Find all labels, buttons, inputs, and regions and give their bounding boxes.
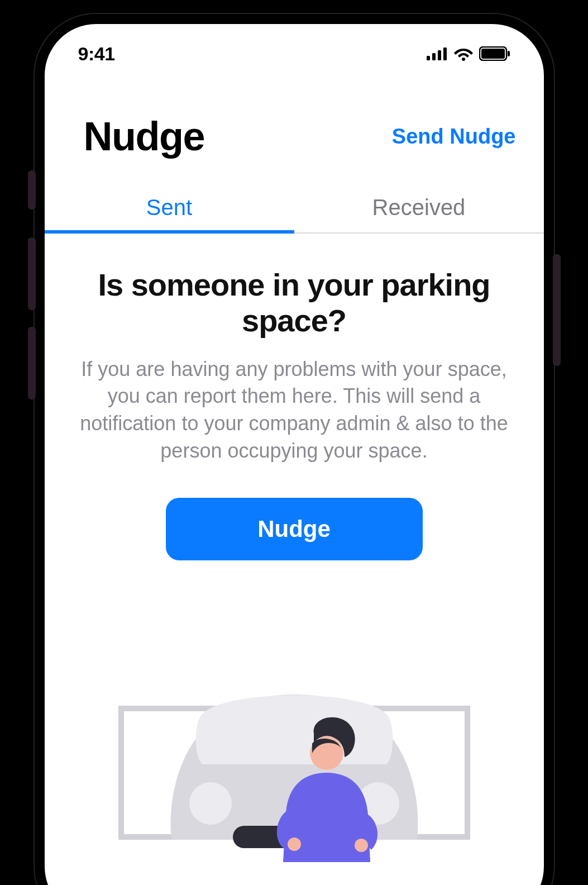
svg-rect-6 (481, 49, 505, 59)
cellular-icon (427, 47, 448, 60)
svg-point-10 (189, 782, 232, 825)
tabs: Sent Received (45, 182, 544, 234)
wifi-icon (453, 46, 474, 61)
status-indicators (427, 46, 510, 61)
page-header: Nudge Send Nudge (45, 74, 544, 182)
svg-point-13 (288, 838, 301, 851)
svg-rect-7 (508, 51, 510, 56)
phone-screen: 9:41 (45, 24, 544, 885)
page-title: Nudge (84, 113, 204, 159)
content-heading: Is someone in your parking space? (73, 267, 516, 339)
svg-rect-0 (427, 56, 430, 60)
svg-rect-2 (438, 50, 441, 60)
phone-side-button (28, 327, 36, 399)
battery-icon (479, 46, 510, 61)
svg-rect-1 (432, 53, 436, 60)
car-person-illustration (73, 627, 516, 862)
phone-frame: 9:41 (35, 14, 554, 885)
content-body: If you are having any problems with your… (73, 356, 516, 464)
svg-rect-3 (443, 47, 447, 60)
svg-point-14 (355, 839, 368, 852)
svg-point-4 (462, 58, 465, 61)
tab-received[interactable]: Received (294, 182, 544, 232)
phone-side-button (28, 237, 36, 310)
tab-sent[interactable]: Sent (45, 182, 294, 232)
phone-side-button (553, 254, 561, 366)
nudge-button[interactable]: Nudge (166, 498, 423, 560)
content: Is someone in your parking space? If you… (45, 234, 544, 862)
status-bar: 9:41 (45, 24, 544, 74)
send-nudge-button[interactable]: Send Nudge (392, 125, 516, 149)
phone-side-button (28, 170, 36, 210)
status-time: 9:41 (78, 43, 115, 65)
